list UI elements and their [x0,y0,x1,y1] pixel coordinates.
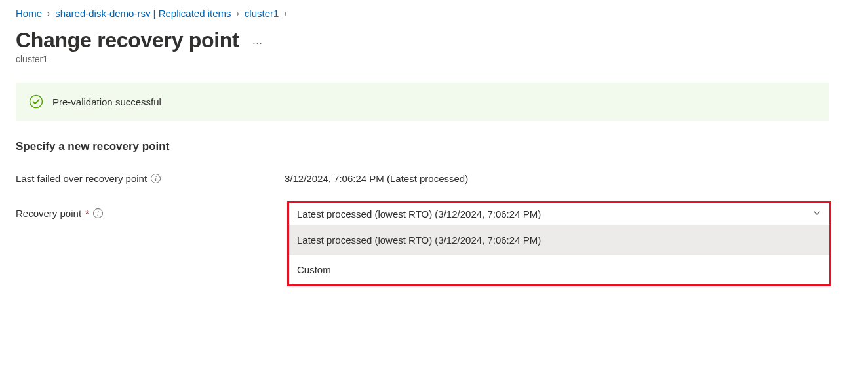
chevron-right-icon: › [284,9,286,18]
last-failed-value: 3/12/2024, 7:06:24 PM (Latest processed) [285,173,468,184]
section-heading: Specify a new recovery point [16,140,852,153]
label-text: Last failed over recovery point [16,173,147,184]
chevron-down-icon [812,208,821,219]
success-check-icon [29,94,43,109]
last-failed-row: Last failed over recovery point i 3/12/2… [16,173,852,184]
page-title-row: Change recovery point … [16,28,852,52]
status-bar: Pre-validation successful [16,83,829,121]
chevron-right-icon: › [237,9,239,18]
breadcrumb: Home › shared-disk-demo-rsv | Replicated… [16,8,852,19]
dropdown-option-custom[interactable]: Custom [289,255,829,284]
dropdown-option-latest-processed[interactable]: Latest processed (lowest RTO) (3/12/2024… [289,225,829,255]
dropdown-options-list: Latest processed (lowest RTO) (3/12/2024… [289,225,829,284]
recovery-point-dropdown-highlight: Latest processed (lowest RTO) (3/12/2024… [287,201,831,286]
page-subtitle: cluster1 [16,54,852,64]
recovery-point-row: Recovery point * i Latest processed (low… [16,201,852,286]
chevron-right-icon: › [47,9,50,18]
page-title: Change recovery point [16,28,239,52]
last-failed-label: Last failed over recovery point i [16,173,285,184]
recovery-point-label: Recovery point * i [16,201,287,219]
status-message: Pre-validation successful [52,96,161,107]
info-icon[interactable]: i [93,208,103,218]
more-actions-button[interactable]: … [252,35,263,47]
breadcrumb-replicated-items[interactable]: shared-disk-demo-rsv | Replicated items [55,8,231,19]
label-text: Recovery point [16,208,81,219]
info-icon[interactable]: i [151,174,161,183]
recovery-point-dropdown[interactable]: Latest processed (lowest RTO) (3/12/2024… [289,203,829,225]
breadcrumb-home[interactable]: Home [16,8,42,19]
required-asterisk: * [85,208,89,219]
breadcrumb-cluster1[interactable]: cluster1 [245,8,279,19]
svg-point-0 [30,96,43,108]
dropdown-selected-value: Latest processed (lowest RTO) (3/12/2024… [297,208,541,219]
